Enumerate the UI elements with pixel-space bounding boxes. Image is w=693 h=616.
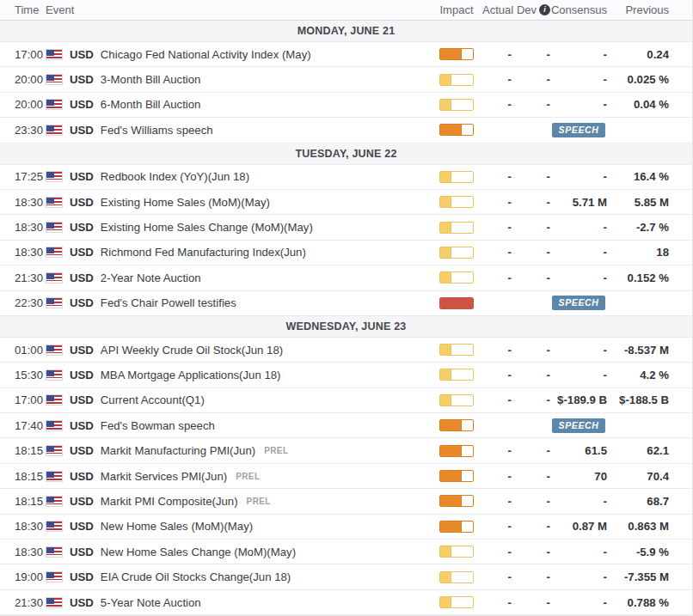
impact-bar	[439, 344, 474, 356]
previous-value: 16.4 %	[607, 170, 669, 183]
event-row[interactable]: 22:30 USD Fed's Chair Powell testifies S…	[0, 291, 692, 316]
section-title: WEDNESDAY, JUNE 23	[286, 320, 407, 332]
time-cell: 01:00	[0, 344, 43, 357]
dev-value: -	[512, 48, 550, 61]
impact-bar-fill	[440, 369, 451, 380]
currency-label: USD	[70, 170, 94, 183]
us-flag-icon	[46, 222, 63, 233]
speech-badge: SPEECH	[552, 418, 606, 434]
impact-bar	[439, 124, 474, 136]
event-row[interactable]: 18:30 USD New Home Sales (MoM)(May) - - …	[0, 515, 692, 540]
currency-label: USD	[70, 98, 94, 111]
event-row[interactable]: 20:00 USD 6-Month Bill Auction - - - 0.0…	[0, 93, 692, 118]
time-cell: 15:30	[0, 369, 43, 381]
impact-bar	[439, 495, 474, 507]
economic-calendar: Time Event Impact Actual Dev i Consensus…	[0, 0, 693, 616]
consensus-value: -	[604, 170, 607, 183]
event-row[interactable]: 15:30 USD MBA Mortgage Applications(Jun …	[0, 363, 692, 387]
consensus-value: 61.5	[585, 444, 607, 457]
event-row[interactable]: 18:30 USD New Home Sales Change (MoM)(Ma…	[0, 540, 692, 564]
dev-info-icon[interactable]: i	[539, 4, 550, 15]
us-flag-icon	[46, 496, 63, 507]
us-flag-icon	[46, 345, 63, 356]
impact-bar	[439, 546, 474, 558]
impact-bar-fill	[440, 597, 451, 607]
impact-bar-fill	[440, 395, 451, 406]
column-header-impact: Impact	[431, 3, 482, 16]
previous-value: 0.24	[607, 48, 669, 61]
impact-bar-fill	[440, 125, 462, 135]
time-cell: 17:40	[0, 419, 43, 432]
impact-bar	[439, 419, 474, 431]
previous-value: -5.9 %	[607, 546, 669, 558]
event-row[interactable]: 17:40 USD Fed's Bowman speech SPEECH	[0, 413, 692, 438]
actual-value: -	[482, 271, 512, 284]
us-flag-icon	[46, 597, 63, 608]
event-row[interactable]: 18:30 USD Existing Home Sales (MoM)(May)…	[0, 190, 692, 215]
column-header-time: Time	[0, 3, 43, 16]
impact-bar	[439, 171, 474, 183]
currency-label: USD	[70, 470, 94, 483]
event-row[interactable]: 21:30 USD 2-Year Note Auction - - - 0.15…	[0, 265, 692, 290]
dev-value: -	[512, 470, 550, 483]
us-flag-icon	[46, 272, 63, 284]
event-row[interactable]: 21:30 USD 5-Year Note Auction - - - 0.78…	[0, 590, 692, 615]
dev-value: -	[512, 520, 550, 533]
time-cell: 23:30	[0, 124, 43, 137]
event-name: Richmond Fed Manufacturing Index(Jun)	[101, 246, 306, 259]
impact-bar-fill	[440, 75, 451, 85]
previous-value: -7.355 M	[607, 570, 669, 583]
impact-bar	[439, 445, 474, 457]
speech-badge: SPEECH	[552, 296, 606, 311]
event-name: Redbook Index (YoY)(Jun 18)	[101, 170, 249, 183]
event-row[interactable]: 18:15 USD Markit PMI Composite(Jun) PREL…	[0, 489, 692, 514]
time-cell: 18:30	[0, 196, 43, 209]
event-row[interactable]: 17:00 USD Current Account(Q1) - - $-189.…	[0, 388, 692, 413]
event-row[interactable]: 17:25 USD Redbook Index (YoY)(Jun 18) - …	[0, 165, 692, 190]
us-flag-icon	[46, 445, 63, 456]
consensus-value: -	[604, 271, 607, 284]
previous-value: 0.863 M	[607, 520, 669, 533]
event-name: Markit Manufacturing PMI(Jun)	[101, 444, 255, 457]
impact-bar	[439, 521, 474, 533]
actual-value: -	[482, 170, 512, 183]
us-flag-icon	[46, 394, 63, 406]
actual-value: -	[482, 196, 512, 209]
previous-value: 18	[607, 246, 669, 259]
event-row[interactable]: 18:15 USD Markit Services PMI(Jun) PREL …	[0, 464, 692, 489]
event-row[interactable]: 01:00 USD API Weekly Crude Oil Stock(Jun…	[0, 338, 692, 363]
impact-bar-fill	[440, 446, 462, 456]
time-cell: 18:30	[0, 221, 43, 234]
currency-label: USD	[70, 444, 94, 457]
dev-value: -	[512, 570, 550, 583]
event-name: API Weekly Crude Oil Stock(Jun 18)	[101, 344, 283, 357]
dev-value: -	[512, 196, 550, 209]
impact-bar-fill	[440, 100, 451, 110]
impact-bar-fill	[440, 49, 462, 59]
event-name: 6-Month Bill Auction	[101, 98, 201, 111]
impact-bar-fill	[440, 197, 451, 207]
currency-label: USD	[70, 596, 94, 609]
actual-value: -	[482, 596, 512, 609]
event-row[interactable]: 20:00 USD 3-Month Bill Auction - - - 0.0…	[0, 67, 692, 92]
section-title: MONDAY, JUNE 21	[297, 25, 396, 37]
event-row[interactable]: 18:15 USD Markit Manufacturing PMI(Jun) …	[0, 438, 692, 463]
column-header-dev: Dev i	[512, 3, 550, 16]
prel-badge: PREL	[264, 446, 288, 455]
impact-bar	[439, 470, 474, 482]
time-cell: 21:30	[0, 596, 43, 609]
event-row[interactable]: 23:30 USD Fed's Williams speech SPEECH	[0, 118, 692, 143]
currency-label: USD	[70, 124, 94, 137]
event-row[interactable]: 19:00 USD EIA Crude Oil Stocks Change(Ju…	[0, 564, 692, 589]
section-header: WEDNESDAY, JUNE 23	[0, 316, 692, 338]
actual-value: -	[482, 570, 512, 583]
event-row[interactable]: 18:30 USD Existing Home Sales Change (Mo…	[0, 215, 692, 240]
time-cell: 19:00	[0, 570, 43, 583]
time-cell: 17:25	[0, 170, 43, 183]
impact-bar-fill	[440, 546, 451, 557]
previous-value: 5.85 M	[607, 196, 669, 209]
event-name: EIA Crude Oil Stocks Change(Jun 18)	[101, 570, 291, 583]
us-flag-icon	[46, 521, 63, 532]
event-row[interactable]: 17:00 USD Chicago Fed National Activity …	[0, 42, 692, 67]
event-row[interactable]: 18:30 USD Richmond Fed Manufacturing Ind…	[0, 241, 692, 265]
